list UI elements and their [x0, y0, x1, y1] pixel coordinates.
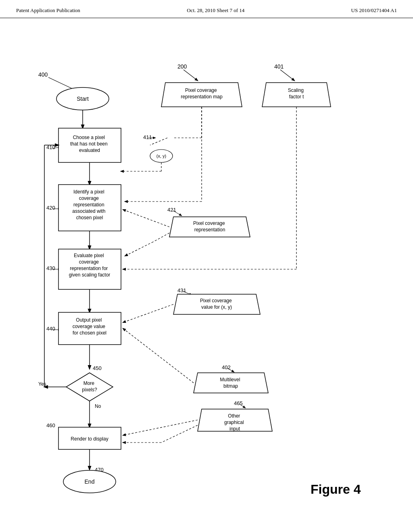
svg-line-25	[161, 425, 198, 443]
header-right: US 2010/0271404 A1	[351, 7, 397, 14]
identify-pixel-label: Identify a pixel coverage representation…	[72, 189, 106, 220]
ref460-label: 460	[46, 422, 55, 428]
svg-line-10	[153, 233, 169, 242]
diagram-area: 400 200 401 Pixel coverage representatio…	[0, 24, 413, 532]
svg-line-9	[123, 210, 169, 227]
output-pixel-label: Output pixel coverage value for chosen p…	[73, 317, 107, 336]
ref400-label: 400	[38, 71, 48, 78]
svg-line-24	[123, 420, 198, 435]
svg-line-11	[125, 242, 153, 256]
xy-oval-label: (x, y)	[156, 154, 166, 158]
ref430-label: 430	[46, 265, 55, 271]
end-label: End	[85, 478, 95, 485]
render-display-label: Render to display	[71, 436, 108, 442]
header-left: Patent Application Publication	[16, 7, 80, 14]
ref200-label: 200	[177, 63, 187, 70]
flowchart-svg: 400 200 401 Pixel coverage representatio…	[0, 24, 413, 532]
start-label: Start	[77, 96, 89, 102]
svg-line-23	[123, 328, 194, 383]
svg-line-16	[123, 304, 173, 322]
ref440-label: 440	[46, 326, 55, 332]
ref420-label: 420	[46, 205, 55, 211]
ref411-label: 411	[143, 134, 152, 140]
ref431-label: 431	[177, 287, 186, 293]
yes-label: Yes	[38, 381, 46, 387]
no-label: No	[95, 403, 101, 409]
multilevel-bitmap-shape	[194, 373, 268, 393]
svg-line-5	[150, 138, 167, 145]
ref450-label: 450	[93, 365, 102, 371]
header-middle: Oct. 28, 2010 Sheet 7 of 14	[187, 7, 244, 14]
ref401-label: 401	[274, 63, 284, 70]
figure-label: Figure 4	[311, 482, 361, 497]
page-header: Patent Application Publication Oct. 28, …	[0, 0, 413, 18]
